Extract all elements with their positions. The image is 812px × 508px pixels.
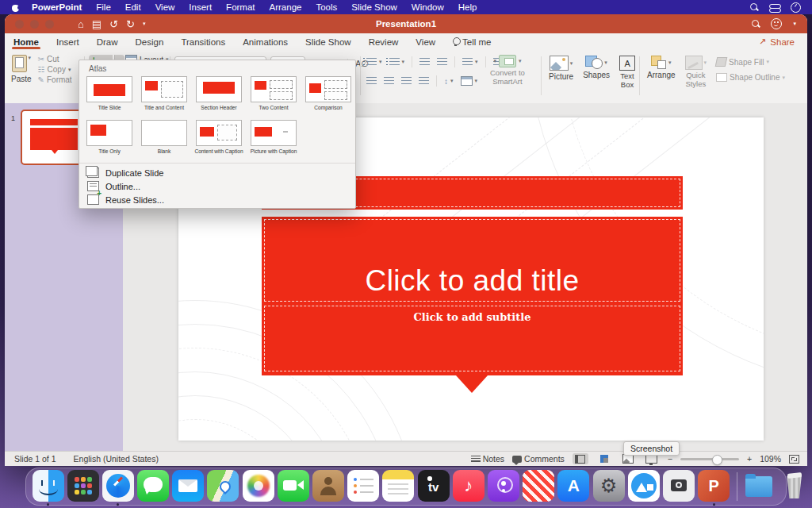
search-icon[interactable]	[752, 20, 760, 28]
zoom-slider[interactable]	[680, 458, 739, 460]
quick-styles-button[interactable]: ▾ Quick Styles	[685, 56, 707, 89]
textbox-button[interactable]: A Text Box	[619, 56, 635, 90]
dock-item-screenshot[interactable]	[662, 468, 695, 505]
dock-item-settings[interactable]	[592, 468, 625, 505]
share-button[interactable]: ↗ Share	[759, 37, 807, 47]
layout-option-comparison[interactable]: Comparison	[304, 76, 353, 110]
picture-button[interactable]: ▾ Picture	[549, 56, 573, 90]
tab-tellme[interactable]: Tell me	[444, 33, 500, 50]
layout-option-title-slide[interactable]: Title Slide	[85, 76, 134, 110]
cut-button[interactable]: ✂ Cut	[38, 55, 72, 64]
paste-button[interactable]: ▾ Paste	[11, 55, 32, 84]
menubar-item-format[interactable]: Format	[219, 2, 262, 12]
align-center-icon[interactable]	[384, 77, 394, 85]
increase-indent-button[interactable]	[437, 58, 447, 66]
dock-item-contacts[interactable]	[312, 468, 345, 505]
clock-icon[interactable]	[791, 2, 801, 13]
text-direction-button[interactable]: ↕▾	[444, 77, 454, 86]
shape-outline-button[interactable]: Shape Outline ▾	[716, 73, 785, 82]
dock-item-notes[interactable]	[382, 468, 415, 505]
close-window-button[interactable]	[15, 20, 24, 29]
dock-item-launchpad[interactable]	[67, 468, 99, 505]
convert-smartart-button[interactable]: ▾ ▾ Convert to SmartArt	[490, 55, 525, 87]
tab-animations[interactable]: Animations	[234, 33, 297, 50]
tab-transitions[interactable]: Transitions	[172, 33, 234, 50]
menubar-item-edit[interactable]: Edit	[118, 2, 148, 12]
dock-item-music[interactable]	[452, 468, 485, 505]
menubar-item-view[interactable]: View	[148, 2, 182, 12]
home-icon[interactable]: ⌂	[78, 18, 84, 30]
align-right-icon[interactable]	[401, 77, 412, 85]
dock-item-photos[interactable]	[242, 468, 274, 505]
align-left-icon[interactable]	[366, 77, 377, 85]
dock-item-mail[interactable]	[172, 468, 205, 505]
zoom-in-button[interactable]: +	[747, 454, 752, 464]
menubar-item-file[interactable]: File	[89, 2, 118, 12]
menubar-item-help[interactable]: Help	[451, 2, 485, 12]
menubar-item-tools[interactable]: Tools	[308, 2, 344, 12]
zoom-window-button[interactable]	[45, 20, 54, 29]
layout-option-two-content[interactable]: Two Content	[249, 76, 298, 110]
dock-item-appstore[interactable]	[557, 468, 590, 505]
menubar-item-arrange[interactable]: Arrange	[262, 2, 309, 12]
menubar-item-slideshow[interactable]: Slide Show	[344, 2, 404, 12]
dock-item-news[interactable]	[523, 468, 555, 505]
dock-item-downloads[interactable]	[743, 468, 776, 505]
tab-slideshow[interactable]: Slide Show	[297, 33, 360, 50]
tab-insert[interactable]: Insert	[48, 33, 88, 50]
dock-item-appletv[interactable]	[417, 468, 450, 505]
menubar-item-window[interactable]: Window	[404, 2, 451, 12]
numbering-button[interactable]: ▾	[389, 58, 405, 66]
dock-item-finder[interactable]	[32, 468, 64, 505]
shapes-button[interactable]: ▾ Shapes	[583, 56, 610, 90]
normal-view-button[interactable]	[573, 453, 588, 464]
language-button[interactable]: English (United States)	[56, 454, 159, 464]
dock-item-powerpoint[interactable]	[698, 468, 730, 505]
format-painter-button[interactable]: ✎ Format	[38, 75, 72, 84]
align-text-button[interactable]: ▾	[461, 76, 478, 86]
dock-item-facetime[interactable]	[277, 468, 309, 505]
layout-option-blank[interactable]: Blank	[140, 120, 189, 154]
tab-home[interactable]: Home	[5, 33, 48, 50]
minimize-window-button[interactable]	[30, 20, 39, 29]
tab-design[interactable]: Design	[127, 33, 173, 50]
customize-toolbar-chevron-icon[interactable]: ▾	[143, 21, 146, 27]
shape-fill-button[interactable]: Shape Fill ▾	[716, 57, 785, 67]
layout-option-picture-with-caption[interactable]: Picture with Caption	[249, 120, 298, 154]
slide-sorter-button[interactable]	[596, 453, 612, 464]
tab-draw[interactable]: Draw	[88, 33, 127, 50]
decrease-indent-button[interactable]	[419, 58, 430, 66]
dock-item-messages[interactable]	[137, 468, 170, 505]
redo-icon[interactable]: ↻	[126, 18, 135, 30]
tab-review[interactable]: Review	[360, 33, 408, 50]
layout-option-section-header[interactable]: Section Header	[194, 76, 243, 110]
subtitle-placeholder[interactable]: Click to add subtitle	[264, 306, 680, 371]
line-spacing-button[interactable]: ▾	[462, 58, 478, 66]
menubar-item-powerpoint[interactable]: PowerPoint	[25, 2, 89, 12]
duplicate-slide-menu-item[interactable]: Duplicate Slide	[87, 167, 163, 178]
dock-item-trash[interactable]	[778, 468, 810, 505]
arrange-button[interactable]: ▾ Arrange	[647, 56, 676, 89]
dock-item-reminders[interactable]	[347, 468, 380, 505]
dock-item-podcasts[interactable]	[487, 468, 519, 505]
comments-button[interactable]: Comments	[512, 454, 565, 464]
menubar-item-insert[interactable]: Insert	[182, 2, 219, 12]
tab-view[interactable]: View	[407, 33, 444, 50]
control-center-icon[interactable]	[769, 4, 779, 11]
dock-item-mountains-app[interactable]	[627, 468, 660, 505]
fit-slide-button[interactable]	[789, 455, 799, 464]
dock-item-safari[interactable]	[102, 468, 134, 505]
reuse-slides-menu-item[interactable]: Reuse Slides...	[87, 194, 164, 205]
zoom-slider-thumb[interactable]	[712, 455, 722, 465]
save-icon[interactable]: ▤	[92, 18, 102, 30]
bullets-button[interactable]: ▾	[366, 58, 382, 66]
apple-logo-icon[interactable]	[11, 3, 20, 12]
spotlight-search-icon[interactable]	[750, 3, 758, 11]
undo-icon[interactable]: ↺	[109, 18, 118, 30]
layout-option-title-only[interactable]: Title Only	[85, 120, 134, 154]
dock-item-maps[interactable]	[207, 468, 239, 505]
notes-button[interactable]: Notes	[471, 454, 504, 464]
copy-button[interactable]: ☷ Copy ▾	[38, 65, 72, 74]
align-justify-icon[interactable]	[419, 77, 429, 85]
feedback-smiley-icon[interactable]	[771, 18, 782, 29]
